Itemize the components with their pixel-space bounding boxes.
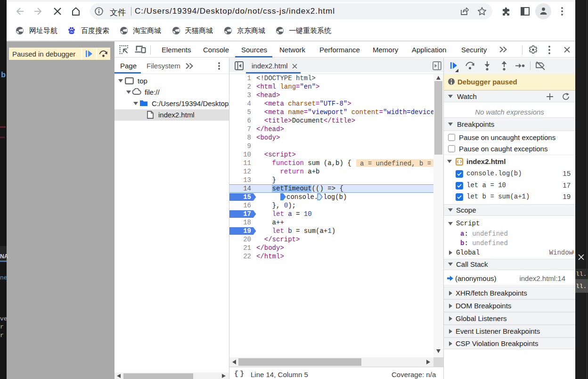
svg-text:du: du [70, 30, 74, 33]
